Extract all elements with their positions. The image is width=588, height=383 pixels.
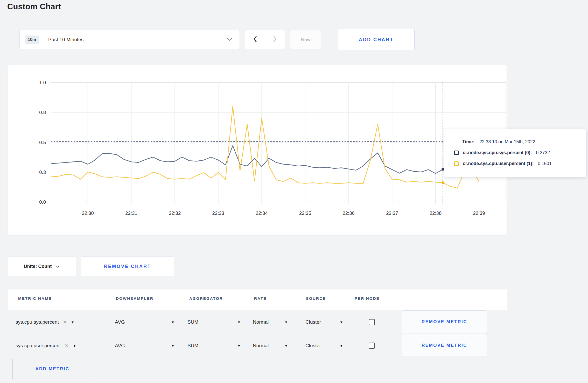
tooltip-time-row: Time: 22:38:10 on Mar 15th, 2022 (454, 136, 581, 147)
tooltip-metric-value: 0.1601 (538, 161, 552, 166)
remove-metric-button[interactable]: REMOVE METRIC (402, 310, 487, 333)
tooltip-series-row: cr.node.sys.cpu.user.percent (1): 0.1601 (454, 158, 581, 169)
dropdown-caret-icon: ▼ (237, 321, 241, 324)
units-label: Units: Count (24, 264, 52, 269)
svg-text:1.0: 1.0 (39, 80, 46, 85)
dropdown-caret-icon: ▼ (284, 344, 288, 347)
col-header-rate: RATE (254, 296, 267, 301)
dropdown-caret-icon: ▼ (237, 344, 241, 347)
svg-text:22:36: 22:36 (343, 210, 355, 216)
metric-name-text: sys.cpu.user.percent (16, 343, 61, 349)
svg-text:22:34: 22:34 (256, 210, 268, 216)
svg-text:22:39: 22:39 (473, 210, 485, 216)
rate-select[interactable]: Normal ▼ (253, 310, 288, 334)
downsampler-select[interactable]: AVG ▼ (115, 334, 174, 357)
svg-text:0.8: 0.8 (39, 110, 46, 115)
aggregator-select[interactable]: SUM ▼ (187, 334, 241, 357)
user-series-swatch-icon (454, 161, 459, 166)
rate-value: Normal (253, 319, 269, 325)
dropdown-caret-icon[interactable]: ▼ (71, 321, 74, 324)
svg-text:0.5: 0.5 (39, 140, 46, 145)
svg-text:22:35: 22:35 (299, 210, 311, 216)
col-header-aggregator: AGGREGATOR (189, 296, 223, 301)
col-header-source: SOURCE (306, 296, 326, 301)
tooltip-time-value: 22:38:10 on Mar 15th, 2022 (479, 139, 535, 145)
tooltip-metric-label: cr.node.sys.cpu.user.percent (1): (463, 161, 534, 166)
col-header-metric-name: METRIC NAME (18, 296, 52, 301)
tooltip-time-label: Time: (462, 139, 474, 145)
svg-text:22:32: 22:32 (169, 210, 181, 216)
svg-text:22:33: 22:33 (212, 210, 224, 216)
add-chart-button[interactable]: ADD CHART (338, 29, 415, 50)
dropdown-caret-icon: ▼ (284, 321, 288, 324)
page-title: Custom Chart (7, 2, 61, 11)
metric-table-row: sys.cpu.sys.percent ✕ ▼ AVG ▼ SUM ▼ Norm… (8, 310, 507, 334)
per-node-cell (369, 334, 375, 357)
source-value: Cluster (305, 319, 321, 325)
remove-tag-icon[interactable]: ✕ (65, 343, 69, 349)
next-time-button[interactable] (265, 30, 285, 49)
tooltip-metric-value: 0.2732 (536, 150, 550, 155)
aggregator-value: SUM (187, 319, 198, 325)
time-nav-group (245, 30, 285, 49)
svg-text:22:38: 22:38 (430, 210, 442, 216)
tooltip-metric-label: cr.node.sys.cpu.sys.percent (0): (463, 150, 532, 155)
now-button[interactable]: Now (290, 30, 321, 49)
remove-chart-button[interactable]: REMOVE CHART (81, 257, 174, 276)
chart-tooltip: Time: 22:38:10 on Mar 15th, 2022 cr.node… (444, 129, 586, 177)
downsampler-value: AVG (115, 343, 125, 349)
toolbar-divider (12, 30, 12, 49)
time-range-select[interactable]: 10m Past 10 Minutes (19, 30, 240, 49)
metric-name-text: sys.cpu.sys.percent (16, 319, 59, 325)
time-range-badge: 10m (25, 36, 39, 44)
dropdown-caret-icon: ▼ (171, 344, 174, 347)
chart-card: 0.00.30.50.81.022:3022:3122:3222:3322:34… (8, 65, 507, 235)
units-select[interactable]: Units: Count (8, 257, 76, 276)
dropdown-caret-icon[interactable]: ▼ (73, 344, 76, 347)
svg-text:22:30: 22:30 (82, 210, 94, 216)
svg-text:22:31: 22:31 (125, 210, 137, 216)
source-select[interactable]: Cluster ▼ (305, 310, 343, 334)
metric-table-row: sys.cpu.user.percent ✕ ▼ AVG ▼ SUM ▼ Nor… (8, 334, 507, 357)
rate-select[interactable]: Normal ▼ (253, 334, 288, 357)
chevron-left-icon (253, 36, 258, 44)
chevron-down-icon (227, 37, 232, 42)
chevron-down-icon (56, 264, 60, 269)
per-node-checkbox[interactable] (369, 319, 375, 325)
metric-name-cell[interactable]: sys.cpu.sys.percent ✕ ▼ (16, 310, 74, 334)
tooltip-series-row: cr.node.sys.cpu.sys.percent (0): 0.2732 (454, 147, 581, 158)
source-select[interactable]: Cluster ▼ (305, 334, 343, 357)
dropdown-caret-icon: ▼ (340, 344, 343, 347)
per-node-checkbox[interactable] (369, 343, 375, 349)
rate-value: Normal (253, 343, 269, 349)
remove-metric-button[interactable]: REMOVE METRIC (402, 334, 487, 357)
chevron-right-icon (272, 36, 277, 44)
downsampler-select[interactable]: AVG ▼ (115, 310, 174, 334)
dropdown-caret-icon: ▼ (171, 321, 174, 324)
timeseries-chart[interactable]: 0.00.30.50.81.022:3022:3122:3222:3322:34… (8, 65, 507, 236)
metric-name-cell[interactable]: sys.cpu.user.percent ✕ ▼ (16, 334, 76, 357)
remove-tag-icon[interactable]: ✕ (63, 319, 67, 325)
aggregator-select[interactable]: SUM ▼ (187, 310, 241, 334)
svg-text:0.0: 0.0 (39, 199, 46, 205)
col-header-per-node: PER NODE (355, 296, 380, 301)
col-header-downsampler: DOWNSAMPLER (116, 296, 153, 301)
prev-time-button[interactable] (245, 30, 265, 49)
source-value: Cluster (305, 343, 321, 349)
per-node-cell (369, 310, 375, 334)
dropdown-caret-icon: ▼ (340, 321, 343, 324)
add-metric-button[interactable]: ADD METRIC (12, 358, 92, 380)
sys-series-swatch-icon (454, 151, 459, 155)
svg-text:22:37: 22:37 (386, 210, 398, 216)
svg-text:0.3: 0.3 (39, 169, 46, 175)
time-range-label: Past 10 Minutes (48, 37, 227, 42)
aggregator-value: SUM (187, 343, 198, 349)
metrics-table-header: METRIC NAME DOWNSAMPLER AGGREGATOR RATE … (8, 289, 507, 310)
downsampler-value: AVG (115, 319, 125, 325)
